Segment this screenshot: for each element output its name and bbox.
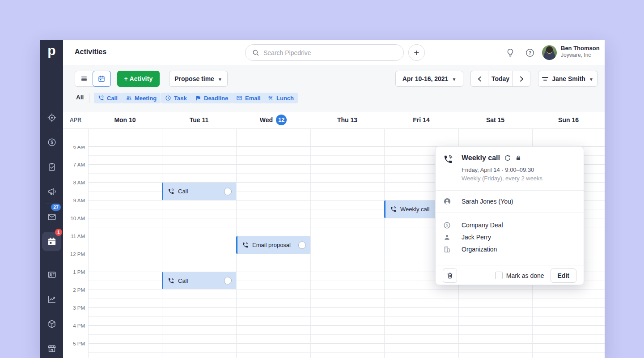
list-view-button[interactable] — [75, 71, 93, 86]
lightbulb-icon[interactable] — [505, 48, 515, 58]
sidebar-item-mail[interactable]: 27 — [42, 207, 61, 226]
edit-button[interactable]: Edit — [551, 268, 576, 283]
owner-filter-button[interactable]: Jane Smith ▼ — [538, 71, 597, 87]
sidebar-item-products[interactable] — [42, 314, 61, 333]
search-input[interactable] — [263, 49, 397, 56]
day-label: Fri 14 — [413, 116, 429, 124]
event-done-circle[interactable] — [224, 188, 232, 195]
trash-icon — [446, 272, 453, 279]
event-call-tue-1pm[interactable]: Call — [162, 272, 236, 289]
hour-label: 9 AM — [63, 197, 85, 204]
calendar-view-button[interactable] — [93, 71, 111, 87]
popup-deal-link[interactable]: Company Deal — [462, 222, 503, 229]
chip-label: Meeting — [135, 95, 157, 102]
sidebar-item-activities-list[interactable] — [42, 157, 61, 176]
filter-chip-deadline[interactable]: Deadline — [191, 93, 232, 103]
propose-time-label: Propose time — [174, 75, 214, 82]
day-header-sat[interactable]: Sat 15 — [458, 111, 532, 128]
filter-chip-lunch[interactable]: Lunch — [263, 93, 298, 103]
phone-icon — [242, 242, 249, 248]
event-title: Weekly call — [400, 206, 430, 213]
month-label: APR — [63, 111, 88, 128]
day-header-sun[interactable]: Sun 16 — [532, 111, 605, 128]
day-header-thu[interactable]: Thu 13 — [310, 111, 384, 128]
event-call-tue-8am[interactable]: Call — [162, 183, 236, 200]
hour-label: 12 PM — [63, 251, 85, 258]
day-label: Mon 10 — [114, 116, 136, 124]
mark-as-done-toggle[interactable]: Mark as done — [495, 272, 544, 279]
global-search[interactable] — [245, 44, 404, 61]
hour-label: 5 PM — [63, 340, 85, 347]
chips-divider — [89, 93, 89, 103]
popup-contact-link[interactable]: Jack Perry — [462, 234, 491, 241]
user-menu[interactable]: Ben Thomson Joyware, Inc — [561, 45, 600, 59]
mail-badge: 27 — [51, 204, 61, 211]
activities-toolbar: + Activity Propose time ▼ Apr 10-16, 202… — [63, 65, 605, 111]
megaphone-icon — [47, 187, 57, 196]
sidebar-item-contacts[interactable] — [42, 265, 61, 284]
sidebar-item-insights[interactable] — [42, 290, 61, 309]
sidebar-item-deals[interactable]: $ — [42, 132, 61, 152]
popup-organization-link[interactable]: Organization — [462, 246, 497, 253]
day-header-wed[interactable]: Wed 12 — [236, 111, 310, 128]
add-activity-button[interactable]: + Activity — [117, 71, 160, 87]
filter-chip-call[interactable]: Call — [94, 93, 122, 103]
checkbox-icon[interactable] — [495, 272, 503, 279]
event-title: Call — [178, 188, 188, 195]
popup-attendee[interactable]: Sarah Jones (You) — [462, 198, 513, 205]
chevron-down-icon: ▼ — [218, 77, 222, 82]
chip-label: Task — [174, 95, 187, 102]
user-avatar[interactable] — [542, 45, 557, 60]
pipedrive-logo[interactable]: p — [40, 40, 63, 63]
people-icon — [126, 95, 132, 101]
svg-text:$: $ — [446, 223, 448, 227]
popup-recurrence: Weekly (Friday), every 2 weeks — [462, 175, 542, 182]
hour-label: 1 PM — [63, 268, 85, 276]
plus-icon: + — [414, 47, 419, 58]
date-range-selector[interactable]: Apr 10-16, 2021 ▼ — [395, 71, 463, 87]
scroll-clip-cover — [63, 129, 88, 146]
sidebar-item-campaigns[interactable] — [42, 182, 61, 201]
mark-as-done-label: Mark as done — [506, 272, 544, 279]
event-done-circle[interactable] — [298, 241, 306, 249]
hour-label: 7 AM — [63, 161, 85, 168]
contact-card-icon — [47, 270, 57, 280]
help-icon[interactable]: ? — [525, 48, 535, 58]
filter-icon — [542, 77, 548, 81]
phone-icon — [168, 188, 174, 195]
calendar-icon — [47, 237, 57, 247]
popup-footer: Mark as done Edit — [436, 265, 584, 286]
prev-week-button[interactable] — [471, 71, 488, 86]
event-done-circle[interactable] — [224, 277, 232, 285]
search-icon — [252, 49, 259, 56]
propose-time-button[interactable]: Propose time ▼ — [169, 71, 228, 87]
svg-text:$: $ — [51, 140, 53, 145]
sidebar-item-calendar[interactable]: 1 — [42, 232, 61, 251]
user-org: Joyware, Inc — [561, 52, 600, 59]
user-name: Ben Thomson — [561, 45, 600, 52]
filter-chip-meeting[interactable]: Meeting — [122, 93, 161, 103]
delete-button[interactable] — [443, 268, 457, 283]
sidebar: p $ 27 1 — [40, 40, 63, 358]
day-header-mon[interactable]: Mon 10 — [88, 111, 162, 128]
sidebar-item-leads[interactable] — [42, 108, 61, 127]
today-button[interactable]: Today — [488, 71, 513, 86]
calendar-day-header: APR Mon 10 Tue 11 Wed 12 Thu 13 Fri 14 S… — [63, 111, 605, 129]
day-label: Sun 16 — [558, 116, 579, 124]
filter-all[interactable]: All — [76, 94, 84, 101]
chip-label: Lunch — [276, 95, 294, 102]
day-header-fri[interactable]: Fri 14 — [384, 111, 458, 128]
organization-icon — [443, 246, 451, 253]
sidebar-item-marketplace[interactable] — [42, 339, 61, 358]
filter-chip-task[interactable]: Task — [161, 93, 191, 103]
hour-label: 3 PM — [63, 304, 85, 311]
event-email-proposal[interactable]: Email proposal — [236, 236, 310, 254]
target-icon — [47, 113, 57, 123]
event-title: Email proposal — [252, 242, 291, 248]
chart-line-icon — [47, 294, 57, 304]
quick-add-button[interactable]: + — [408, 44, 425, 61]
page-title: Activities — [75, 48, 106, 56]
next-week-button[interactable] — [513, 71, 530, 86]
day-header-tue[interactable]: Tue 11 — [162, 111, 236, 128]
filter-chip-email[interactable]: Email — [232, 93, 265, 103]
